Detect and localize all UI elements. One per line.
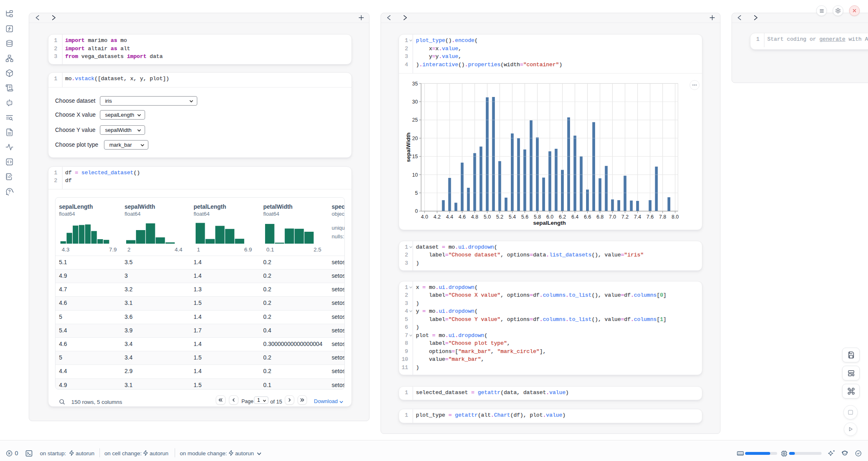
svg-text:4.6: 4.6 — [459, 214, 466, 220]
svg-text:25: 25 — [412, 117, 418, 123]
svg-text:7.2: 7.2 — [621, 214, 628, 220]
svg-text:4.2: 4.2 — [434, 214, 441, 220]
svg-text:15: 15 — [412, 154, 418, 159]
svg-text:7.6: 7.6 — [646, 214, 653, 220]
svg-text:6.8: 6.8 — [596, 214, 603, 220]
svg-text:4.0: 4.0 — [421, 214, 428, 220]
svg-text:5.2: 5.2 — [496, 214, 503, 220]
svg-text:sepalLength: sepalLength — [533, 220, 566, 226]
svg-text:0: 0 — [415, 208, 418, 214]
svg-text:5.4: 5.4 — [509, 214, 516, 220]
svg-text:20: 20 — [412, 136, 418, 141]
svg-text:sepalWidth: sepalWidth — [405, 133, 411, 162]
svg-text:4.4: 4.4 — [446, 214, 453, 220]
svg-text:35: 35 — [412, 81, 418, 87]
svg-text:5.8: 5.8 — [534, 214, 541, 220]
svg-text:6.4: 6.4 — [571, 214, 578, 220]
svg-text:5.0: 5.0 — [484, 214, 491, 220]
svg-text:6.6: 6.6 — [584, 214, 591, 220]
svg-text:5.6: 5.6 — [521, 214, 528, 220]
svg-text:7.4: 7.4 — [634, 214, 641, 220]
svg-text:10: 10 — [412, 172, 418, 178]
svg-text:30: 30 — [412, 99, 418, 105]
svg-text:5: 5 — [415, 190, 418, 196]
svg-text:6.2: 6.2 — [559, 214, 566, 220]
svg-text:7.8: 7.8 — [659, 214, 666, 220]
svg-text:7.0: 7.0 — [609, 214, 616, 220]
svg-text:8.0: 8.0 — [672, 214, 679, 220]
svg-text:4.8: 4.8 — [471, 214, 478, 220]
svg-text:6.0: 6.0 — [546, 214, 553, 220]
